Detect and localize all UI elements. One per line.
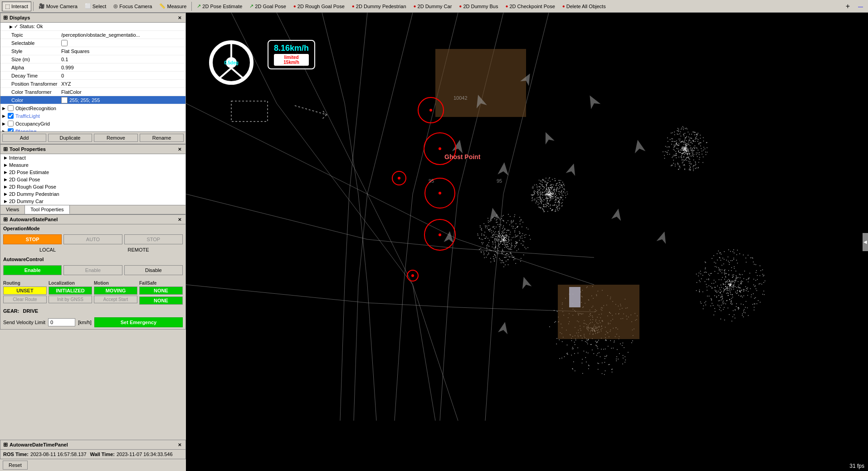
autoware-state-header: ⊞ AutowareStatePanel ✕ (0, 215, 185, 224)
displays-header-left: ⊞ Displays (3, 15, 30, 21)
tool-properties-close-button[interactable]: ✕ (176, 146, 183, 152)
displays-title: Displays (10, 15, 30, 20)
interact-label: Interact (11, 4, 28, 9)
velocity-input[interactable] (48, 318, 75, 326)
checkpoint-pose-button[interactable]: ● 2D Checkpoint Pose (502, 1, 558, 11)
failsafe-label: FailSafe (139, 281, 183, 286)
control-buttons-bar: Enable Enable Disable (0, 263, 185, 277)
views-tab[interactable]: Views (0, 205, 25, 214)
tool-arrow-pose: ▶ (4, 170, 7, 175)
selectable-checkbox[interactable] (61, 40, 68, 46)
move-camera-label: Move Camera (46, 4, 78, 9)
dummy-car-label: 2D Dummy Car (418, 4, 452, 9)
dummy-pedestrian-button[interactable]: ● 2D Dummy Pedestrian (349, 1, 410, 11)
init-gnss-button[interactable]: Init by GNSS (49, 296, 92, 303)
remove-display-button[interactable]: Remove (94, 134, 138, 142)
tree-traffic-light[interactable]: ▶ TrafficLight (0, 112, 185, 120)
planning-checkbox[interactable] (8, 128, 14, 131)
traffic-light-checkbox[interactable] (8, 113, 14, 119)
ros-time-item: ROS Time: 2023-08-11 16:57:58.137 (3, 452, 87, 457)
displays-header: ⊞ Displays ✕ (0, 13, 185, 23)
occupancy-grid-checkbox[interactable] (8, 121, 14, 126)
datetime-close-button[interactable]: ✕ (176, 442, 183, 448)
failsafe-col: FailSafe NONE NONE (139, 281, 183, 305)
remote-mode-label: REMOTE (94, 246, 183, 253)
set-emergency-button[interactable]: Set Emergency (94, 317, 183, 327)
tool-panel-icon: ⊞ (3, 146, 8, 152)
3d-view[interactable]: 0.5deg 8.16km/h limited 15km/h Ghost Poi… (186, 13, 868, 471)
rough-goal-label: 2D Rough Goal Pose (297, 4, 345, 9)
datetime-panel-icon: ⊞ (3, 442, 8, 448)
rename-display-button[interactable]: Rename (140, 134, 184, 142)
views-tool-tabs: Views Tool Properties (0, 205, 185, 214)
prop-color[interactable]: Color 255; 255; 255 (0, 96, 185, 104)
speed-limit-value: 15km/h (276, 60, 307, 65)
tree-occupancy-grid[interactable]: ▶ OccupancyGrid (0, 120, 185, 127)
pose-estimate-button[interactable]: ↗ 2D Pose Estimate (194, 1, 245, 11)
svg-text:0.5deg: 0.5deg (224, 60, 239, 65)
routing-col: Routing UNSET Clear Route (3, 281, 47, 305)
map-canvas (186, 13, 868, 471)
stop-mode-button[interactable]: STOP (3, 234, 62, 244)
add-button[interactable]: + (842, 1, 854, 11)
move-camera-button[interactable]: 🎥 Move Camera (35, 1, 81, 11)
reset-button[interactable]: Reset (3, 461, 28, 470)
accept-start-button[interactable]: Accept Start (94, 296, 137, 303)
prop-decay: Decay Time 0 (0, 72, 185, 80)
wall-time-label: Wall Time: (90, 452, 115, 457)
operation-mode-label: OperationMode (0, 224, 185, 233)
tool-dummy-ped[interactable]: ▶ 2D Dummy Pedestrian (0, 190, 185, 198)
tool-dummy-car[interactable]: ▶ 2D Dummy Car (0, 198, 185, 205)
select-button[interactable]: ⬜ Select (82, 1, 110, 11)
tool-goal-pose[interactable]: ▶ 2D Goal Pose (0, 176, 185, 183)
expand-icon-obj: ▶ (2, 106, 8, 111)
minimize-button[interactable]: — (855, 1, 866, 11)
tool-interact[interactable]: ▶ Interact (0, 154, 185, 161)
tool-rough-goal[interactable]: ▶ 2D Rough Goal Pose (0, 183, 185, 190)
collapse-handle[interactable]: ◀ (863, 233, 868, 251)
localization-label: Localization (49, 281, 92, 286)
autoware-icon1: ● (293, 4, 296, 9)
speed-value: 8.16km/h (274, 44, 309, 53)
measure-label: Measure (167, 4, 186, 9)
focus-icon: ◎ (113, 3, 118, 9)
displays-panel-icon: ⊞ (3, 15, 8, 21)
local-remote-buttons: LOCAL REMOTE (0, 246, 185, 255)
datetime-header: ⊞ AutowareDateTimePanel ✕ (0, 440, 185, 450)
dummy-pedestrian-label: 2D Dummy Pedestrian (356, 4, 406, 9)
measure-button[interactable]: 📏 Measure (156, 1, 190, 11)
focus-camera-button[interactable]: ◎ Focus Camera (110, 1, 155, 11)
prop-topic: Topic /perception/obstacle_segmentatio..… (0, 31, 185, 39)
pose-estimate-label: 2D Pose Estimate (202, 4, 242, 9)
enable-control-button[interactable]: Enable (3, 265, 62, 275)
status-grid: Routing UNSET Clear Route Localization I… (0, 279, 185, 306)
autoware-state-close-button[interactable]: ✕ (176, 216, 183, 223)
clear-route-button[interactable]: Clear Route (3, 296, 47, 303)
tool-measure[interactable]: ▶ Measure (0, 161, 185, 169)
rough-goal-pose-button[interactable]: ● 2D Rough Goal Pose (290, 1, 348, 11)
add-display-button[interactable]: Add (2, 134, 46, 142)
localization-col: Localization INITIALIZED Init by GNSS (49, 281, 92, 305)
displays-close-button[interactable]: ✕ (176, 15, 183, 21)
steering-wheel-svg: 0.5deg (209, 40, 254, 85)
tree-object-recognition[interactable]: ▶ ObjectRecognition (0, 104, 185, 112)
tree-planning[interactable]: ▶ Planning (0, 127, 185, 131)
speed-overlay: 8.16km/h limited 15km/h (268, 40, 315, 69)
tool-properties-tab[interactable]: Tool Properties (25, 205, 69, 214)
motion-badge: MOVING (94, 286, 137, 295)
color-swatch (61, 97, 68, 103)
goal-pose-button[interactable]: ↗ 2D Goal Pose (246, 1, 289, 11)
gear-row: GEAR: DRIVE (0, 306, 185, 316)
prop-color-transformer: Color Transformer FlatColor (0, 88, 185, 96)
dummy-car-button[interactable]: ● 2D Dummy Car (410, 1, 455, 11)
disable-control-button[interactable]: Disable (124, 265, 183, 275)
duplicate-display-button[interactable]: Duplicate (48, 134, 92, 142)
arrow-green-icon2: ↗ (249, 3, 254, 9)
object-recognition-checkbox[interactable] (8, 105, 14, 111)
delete-all-button[interactable]: ● Delete All Objects (559, 1, 609, 11)
dummy-bus-button[interactable]: ● 2D Dummy Bus (456, 1, 501, 11)
autoware-icon6: ● (562, 4, 565, 9)
tool-2d-pose[interactable]: ▶ 2D Pose Estimate (0, 169, 185, 176)
local-mode-label: LOCAL (3, 246, 92, 253)
interact-button[interactable]: ⬚ Interact (2, 1, 31, 11)
